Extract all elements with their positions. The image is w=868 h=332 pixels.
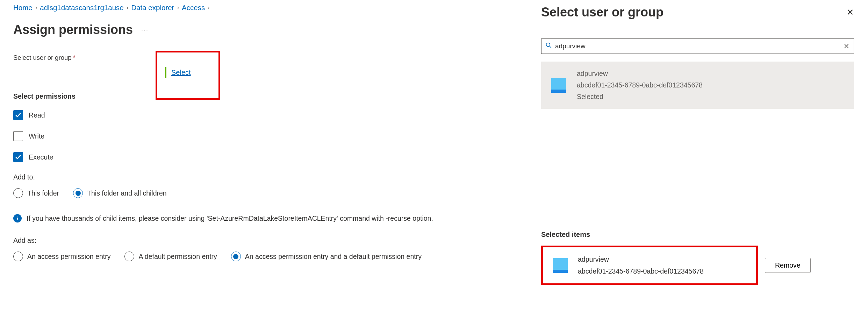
radio-icon: [13, 188, 23, 198]
svg-line-1: [550, 46, 551, 48]
radio-default-label: A default permission entry: [138, 253, 217, 261]
radio-access-label: An access permission entry: [27, 253, 110, 261]
remove-button[interactable]: Remove: [765, 258, 811, 273]
radio-this-folder-children-label: This folder and all children: [87, 189, 167, 197]
radio-icon: [231, 252, 241, 261]
selected-items-heading: Selected items: [541, 231, 854, 239]
select-user-panel: Select user or group ✕ ✕ adpurview abcde…: [528, 0, 868, 332]
selected-details: adpurview abcdef01-2345-6789-0abc-def012…: [578, 254, 704, 277]
breadcrumb-resource[interactable]: adlsg1datascans1rg1ause: [40, 3, 123, 12]
result-card[interactable]: adpurview abcdef01-2345-6789-0abc-def012…: [541, 62, 854, 109]
chevron-right-icon: ›: [208, 4, 210, 11]
result-id: abcdef01-2345-6789-0abc-def012345678: [577, 79, 703, 91]
breadcrumb-data-explorer[interactable]: Data explorer: [131, 3, 174, 12]
radio-this-folder-label: This folder: [27, 189, 59, 197]
add-as-label: Add as:: [13, 236, 514, 245]
radio-icon: [73, 188, 83, 198]
breadcrumb-home[interactable]: Home: [13, 3, 33, 12]
search-icon: [546, 42, 552, 50]
select-permissions-heading: Select permissions: [13, 92, 514, 100]
read-label: Read: [29, 111, 45, 119]
execute-label: Execute: [29, 153, 53, 161]
required-indicator: *: [73, 54, 76, 61]
result-name: adpurview: [577, 68, 703, 79]
selected-name: adpurview: [578, 254, 704, 265]
search-input[interactable]: [555, 42, 844, 50]
search-box[interactable]: ✕: [541, 38, 854, 54]
app-icon: [553, 258, 568, 273]
page-title: Assign permissions: [13, 22, 133, 37]
add-to-label: Add to:: [13, 173, 514, 181]
panel-title: Select user or group: [541, 5, 663, 20]
breadcrumb-access[interactable]: Access: [182, 3, 205, 12]
more-icon[interactable]: ···: [141, 26, 149, 34]
clear-icon[interactable]: ✕: [844, 42, 849, 50]
select-link[interactable]: Select: [165, 67, 191, 78]
app-icon: [551, 78, 566, 93]
radio-icon: [13, 252, 23, 261]
result-details: adpurview abcdef01-2345-6789-0abc-def012…: [577, 68, 703, 103]
result-status: Selected: [577, 91, 703, 103]
radio-access-entry[interactable]: An access permission entry: [13, 252, 110, 261]
radio-icon: [124, 252, 134, 261]
chevron-right-icon: ›: [35, 4, 37, 11]
write-checkbox[interactable]: [13, 131, 23, 141]
chevron-right-icon: ›: [177, 4, 179, 11]
radio-this-folder-children[interactable]: This folder and all children: [73, 188, 167, 198]
breadcrumb: Home › adlsg1datascans1rg1ause › Data ex…: [13, 3, 514, 12]
radio-this-folder[interactable]: This folder: [13, 188, 59, 198]
read-checkbox[interactable]: [13, 110, 23, 120]
chevron-right-icon: ›: [127, 4, 129, 11]
radio-default-entry[interactable]: A default permission entry: [124, 252, 217, 261]
execute-checkbox[interactable]: [13, 152, 23, 162]
radio-both-entry[interactable]: An access permission entry and a default…: [231, 252, 422, 261]
svg-point-0: [546, 43, 550, 47]
info-icon: i: [13, 214, 22, 222]
select-user-label: Select user or group*: [13, 54, 514, 62]
selected-item: adpurview abcdef01-2345-6789-0abc-def012…: [541, 246, 758, 285]
info-text: If you have thousands of child items, pl…: [27, 214, 433, 222]
write-label: Write: [29, 132, 44, 140]
radio-both-label: An access permission entry and a default…: [245, 253, 422, 261]
selected-id: abcdef01-2345-6789-0abc-def012345678: [578, 266, 704, 277]
select-user-label-text: Select user or group: [13, 54, 72, 61]
close-icon[interactable]: ✕: [846, 7, 854, 18]
